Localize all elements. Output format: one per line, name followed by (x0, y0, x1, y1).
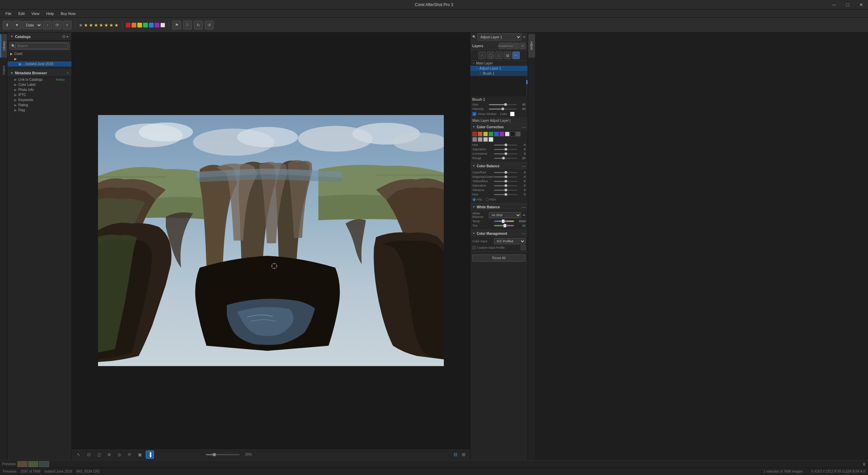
yellow-blue-thumb[interactable] (505, 180, 507, 183)
brush-show-strokes-checkbox[interactable]: ✓ (472, 112, 476, 116)
tint-slider[interactable] (494, 225, 514, 226)
catalogs-more-icon[interactable]: ▸ (67, 34, 69, 39)
heal-tool-btn[interactable]: ⊕ (105, 451, 113, 459)
refine-btn[interactable]: Refine (56, 78, 65, 81)
layer-tool-brush[interactable]: ✏ (512, 52, 520, 59)
color-balance-collapse[interactable]: — (522, 164, 526, 168)
color-correction-header[interactable]: ▼ Color Correction — (470, 124, 528, 130)
metadata-flag[interactable]: ▶ Flag (7, 108, 72, 113)
grid-view-btn[interactable]: ⊞ (460, 451, 467, 458)
zoom-slider-track[interactable] (206, 454, 240, 455)
adjust-layer-select[interactable]: Adjust Layer 1 (477, 34, 521, 40)
menu-buy-now[interactable]: Buy Now (58, 11, 78, 16)
toolbar-rotate-ccw-btn[interactable]: ↺ (205, 21, 214, 30)
cb-saturation-slider[interactable] (494, 185, 517, 186)
pause-icon[interactable]: ⏸ (862, 462, 866, 466)
swatch-black[interactable] (510, 132, 515, 136)
menu-view[interactable]: View (29, 11, 42, 16)
toolbar-reject-btn[interactable]: ⚐ (183, 21, 192, 30)
toolbar-refresh-btn[interactable]: ⟳ (53, 21, 62, 30)
metadata-keywords[interactable]: ▶ Keywords (7, 97, 72, 102)
color-mgmt-collapse[interactable]: — (522, 231, 526, 235)
swatch-yellow[interactable] (483, 132, 488, 136)
star-2[interactable]: ★ (89, 22, 93, 28)
film-thumb-2[interactable] (28, 461, 38, 467)
swatch-blue[interactable] (494, 132, 499, 136)
vibrance-slider[interactable] (494, 190, 517, 191)
layer-adjust-1[interactable]: ✓ Adjust Layer 1 (470, 66, 528, 71)
single-view-btn[interactable]: ⊟ (452, 451, 459, 458)
rotate-tool-btn[interactable]: ⟳ (125, 451, 134, 459)
swatch-dark-gray[interactable] (516, 132, 520, 136)
pointer-tool-btn[interactable]: ↖ (75, 451, 83, 459)
swatch-gray[interactable] (478, 137, 482, 142)
range-thumb[interactable] (502, 157, 505, 159)
layer-brush-1[interactable]: ✓ Brush 1 (470, 71, 528, 76)
search-input[interactable] (15, 43, 68, 49)
cyan-red-thumb[interactable] (505, 171, 507, 174)
metadata-link-catalogs[interactable]: ▶ Link to Catalogs Refine (7, 77, 72, 82)
right-tab-adjust[interactable]: Adjust (528, 34, 535, 58)
saturation-thumb[interactable] (505, 148, 507, 151)
metadata-add-icon[interactable]: + (67, 71, 69, 75)
swatch-orange[interactable] (478, 132, 482, 136)
hsv-radio[interactable]: HSV (486, 198, 496, 201)
star-3[interactable]: ★ (94, 22, 98, 28)
cb-hue-thumb[interactable] (505, 193, 507, 196)
star-7[interactable]: ★ (114, 22, 119, 28)
collapse-btn[interactable]: — (522, 125, 526, 129)
clone-tool-btn[interactable]: ◎ (115, 451, 123, 459)
film-thumb-1[interactable] (17, 461, 27, 467)
catalogs-link-icon[interactable]: ⊟ (62, 34, 65, 39)
minimize-button[interactable]: ─ (827, 0, 841, 9)
color-label-green[interactable] (143, 23, 148, 27)
metadata-iptc[interactable]: ▶ IPTC (7, 92, 72, 97)
brush-intensity-thumb[interactable] (501, 108, 504, 110)
metadata-photo-info[interactable]: ▶ Photo Info (7, 87, 72, 92)
search-icon-right[interactable]: 🔍 (472, 35, 476, 39)
color-management-header[interactable]: ▼ Color Management — (470, 230, 528, 237)
luminance-slider[interactable] (494, 153, 517, 154)
star-6[interactable]: ★ (109, 22, 114, 28)
color-label-white[interactable] (160, 23, 165, 27)
temp-thumb[interactable] (502, 220, 505, 223)
layers-options-btn[interactable]: ⋮ (513, 43, 519, 49)
toolbar-add-btn[interactable]: + (63, 21, 72, 30)
heal-clone-btn[interactable]: + Heal (506, 43, 512, 49)
swatch-white[interactable] (489, 137, 493, 142)
toolbar-up-btn[interactable]: ↑ (43, 21, 52, 30)
metadata-section-header[interactable]: ▼ Metadata Browser + (7, 69, 72, 77)
toolbar-sort-btn[interactable]: ⬆ (3, 21, 12, 30)
magenta-green-slider[interactable] (494, 176, 517, 177)
zoom-slider-thumb[interactable] (213, 453, 216, 456)
cb-saturation-thumb[interactable] (505, 184, 507, 187)
color-label-purple[interactable] (155, 23, 159, 27)
yellow-blue-slider[interactable] (494, 181, 517, 182)
menu-help[interactable]: Help (43, 11, 57, 16)
paint-tool-btn[interactable]: ▐ (146, 451, 154, 459)
straighten-tool-btn[interactable]: ◫ (95, 451, 103, 459)
layer-tool-circle-1[interactable]: ○ (478, 52, 486, 59)
date-select[interactable]: Date (22, 21, 42, 29)
reset-all-btn[interactable]: Reset All (472, 254, 526, 262)
color-label-red[interactable] (126, 23, 131, 27)
brush-color-swatch[interactable] (510, 112, 515, 116)
white-balance-header[interactable]: ▼ White Balance — (470, 204, 528, 210)
hue-thumb[interactable] (505, 144, 507, 146)
image-canvas[interactable] (72, 33, 470, 449)
catalog-corel-expand[interactable]: ▶ (7, 56, 72, 61)
wb-eyedropper-icon[interactable]: ✒ (522, 213, 526, 217)
maximize-button[interactable]: □ (841, 0, 854, 9)
custom-input-checkbox[interactable] (472, 246, 476, 249)
add-layer-btn[interactable]: + Adjust (499, 43, 505, 49)
custom-input-picker[interactable] (521, 245, 526, 250)
brush-size-thumb[interactable] (504, 103, 507, 106)
swatch-purple[interactable] (499, 132, 504, 136)
layer-tool-square[interactable]: □ (495, 52, 503, 59)
layer-tool-circle-2[interactable]: ◯ (487, 52, 494, 59)
hsl-radio[interactable]: HSL (472, 198, 483, 201)
wb-picker-btn[interactable]: ▣ (136, 451, 144, 459)
luminance-thumb[interactable] (505, 152, 507, 155)
saturation-slider[interactable] (494, 149, 517, 150)
star-1[interactable]: ★ (84, 22, 88, 28)
